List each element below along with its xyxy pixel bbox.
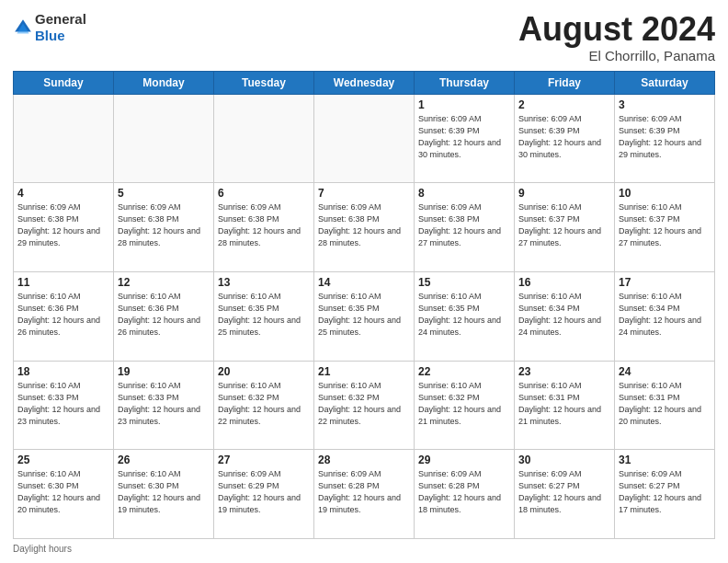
table-row: 15Sunrise: 6:10 AMSunset: 6:35 PMDayligh… (415, 271, 515, 361)
day-number: 13 (218, 276, 310, 289)
day-number: 30 (518, 454, 610, 466)
day-number: 5 (118, 187, 210, 200)
day-info: Sunrise: 6:10 AMSunset: 6:35 PMDaylight:… (418, 291, 510, 339)
day-info: Sunrise: 6:10 AMSunset: 6:33 PMDaylight:… (118, 380, 210, 428)
table-row: 22Sunrise: 6:10 AMSunset: 6:32 PMDayligh… (415, 361, 515, 450)
table-row: 31Sunrise: 6:09 AMSunset: 6:27 PMDayligh… (615, 450, 715, 539)
day-info: Sunrise: 6:10 AMSunset: 6:30 PMDaylight:… (17, 468, 109, 516)
day-number: 22 (418, 365, 510, 378)
logo-icon (13, 17, 33, 38)
table-row: 7Sunrise: 6:09 AMSunset: 6:38 PMDaylight… (314, 183, 415, 272)
table-row: 1Sunrise: 6:09 AMSunset: 6:39 PMDaylight… (415, 94, 515, 183)
logo-general-text: General (35, 11, 86, 27)
footer: Daylight hours (13, 544, 715, 554)
day-number: 4 (17, 187, 109, 200)
table-row: 24Sunrise: 6:10 AMSunset: 6:31 PMDayligh… (615, 361, 715, 450)
table-row: 23Sunrise: 6:10 AMSunset: 6:31 PMDayligh… (515, 361, 615, 450)
day-info: Sunrise: 6:10 AMSunset: 6:37 PMDaylight:… (518, 201, 610, 249)
day-info: Sunrise: 6:10 AMSunset: 6:35 PMDaylight:… (218, 291, 310, 339)
day-info: Sunrise: 6:10 AMSunset: 6:31 PMDaylight:… (619, 380, 711, 428)
header: General Blue August 2024 El Chorrillo, P… (13, 11, 715, 63)
day-info: Sunrise: 6:09 AMSunset: 6:29 PMDaylight:… (218, 468, 310, 516)
table-row (14, 94, 114, 183)
day-info: Sunrise: 6:10 AMSunset: 6:30 PMDaylight:… (118, 468, 210, 516)
table-row: 10Sunrise: 6:10 AMSunset: 6:37 PMDayligh… (615, 183, 715, 272)
day-number: 25 (17, 454, 109, 466)
day-number: 27 (218, 454, 310, 466)
day-info: Sunrise: 6:09 AMSunset: 6:28 PMDaylight:… (418, 468, 510, 516)
table-row: 21Sunrise: 6:10 AMSunset: 6:32 PMDayligh… (314, 361, 415, 450)
day-info: Sunrise: 6:10 AMSunset: 6:32 PMDaylight:… (318, 380, 410, 428)
day-number: 20 (218, 365, 310, 378)
table-row: 20Sunrise: 6:10 AMSunset: 6:32 PMDayligh… (214, 361, 314, 450)
day-info: Sunrise: 6:10 AMSunset: 6:36 PMDaylight:… (118, 291, 210, 339)
day-number: 2 (518, 98, 610, 111)
daylight-label: Daylight hours (13, 544, 72, 554)
day-number: 9 (518, 187, 610, 200)
table-row: 17Sunrise: 6:10 AMSunset: 6:34 PMDayligh… (615, 271, 715, 361)
col-wednesday: Wednesday (314, 71, 415, 94)
table-row: 6Sunrise: 6:09 AMSunset: 6:38 PMDaylight… (214, 183, 314, 272)
title-month: August 2024 (518, 11, 715, 48)
table-row: 12Sunrise: 6:10 AMSunset: 6:36 PMDayligh… (114, 271, 214, 361)
table-row: 11Sunrise: 6:10 AMSunset: 6:36 PMDayligh… (14, 271, 114, 361)
day-number: 24 (619, 365, 711, 378)
logo-text: General Blue (35, 11, 86, 44)
day-info: Sunrise: 6:09 AMSunset: 6:28 PMDaylight:… (318, 468, 410, 516)
day-info: Sunrise: 6:09 AMSunset: 6:39 PMDaylight:… (619, 113, 711, 161)
table-row: 4Sunrise: 6:09 AMSunset: 6:38 PMDaylight… (14, 183, 114, 272)
table-row: 25Sunrise: 6:10 AMSunset: 6:30 PMDayligh… (14, 450, 114, 539)
title-location: El Chorrillo, Panama (518, 48, 715, 63)
day-info: Sunrise: 6:09 AMSunset: 6:27 PMDaylight:… (518, 468, 610, 516)
day-info: Sunrise: 6:10 AMSunset: 6:34 PMDaylight:… (518, 291, 610, 339)
table-row (314, 94, 415, 183)
table-row: 26Sunrise: 6:10 AMSunset: 6:30 PMDayligh… (114, 450, 214, 539)
page: General Blue August 2024 El Chorrillo, P… (0, 0, 728, 563)
col-monday: Monday (114, 71, 214, 94)
calendar-week-3: 18Sunrise: 6:10 AMSunset: 6:33 PMDayligh… (14, 361, 715, 450)
calendar-week-2: 11Sunrise: 6:10 AMSunset: 6:36 PMDayligh… (14, 271, 715, 361)
table-row: 3Sunrise: 6:09 AMSunset: 6:39 PMDaylight… (615, 94, 715, 183)
day-number: 16 (518, 276, 610, 289)
table-row: 14Sunrise: 6:10 AMSunset: 6:35 PMDayligh… (314, 271, 415, 361)
day-number: 3 (619, 98, 711, 111)
day-number: 10 (619, 187, 711, 200)
day-number: 17 (619, 276, 711, 289)
day-number: 6 (218, 187, 310, 200)
table-row: 2Sunrise: 6:09 AMSunset: 6:39 PMDaylight… (515, 94, 615, 183)
table-row: 29Sunrise: 6:09 AMSunset: 6:28 PMDayligh… (415, 450, 515, 539)
table-row: 28Sunrise: 6:09 AMSunset: 6:28 PMDayligh… (314, 450, 415, 539)
table-row (214, 94, 314, 183)
calendar-header-row: Sunday Monday Tuesday Wednesday Thursday… (14, 71, 715, 94)
col-thursday: Thursday (415, 71, 515, 94)
table-row: 5Sunrise: 6:09 AMSunset: 6:38 PMDaylight… (114, 183, 214, 272)
day-info: Sunrise: 6:09 AMSunset: 6:27 PMDaylight:… (619, 468, 711, 516)
table-row (114, 94, 214, 183)
calendar-week-0: 1Sunrise: 6:09 AMSunset: 6:39 PMDaylight… (14, 94, 715, 183)
day-info: Sunrise: 6:10 AMSunset: 6:31 PMDaylight:… (518, 380, 610, 428)
day-number: 31 (619, 454, 711, 466)
day-number: 11 (17, 276, 109, 289)
day-number: 14 (318, 276, 410, 289)
table-row: 8Sunrise: 6:09 AMSunset: 6:38 PMDaylight… (415, 183, 515, 272)
table-row: 18Sunrise: 6:10 AMSunset: 6:33 PMDayligh… (14, 361, 114, 450)
col-tuesday: Tuesday (214, 71, 314, 94)
col-saturday: Saturday (615, 71, 715, 94)
day-number: 19 (118, 365, 210, 378)
day-info: Sunrise: 6:10 AMSunset: 6:37 PMDaylight:… (619, 201, 711, 249)
day-info: Sunrise: 6:10 AMSunset: 6:35 PMDaylight:… (318, 291, 410, 339)
day-number: 21 (318, 365, 410, 378)
day-info: Sunrise: 6:09 AMSunset: 6:39 PMDaylight:… (418, 113, 510, 161)
day-number: 28 (318, 454, 410, 466)
calendar-week-1: 4Sunrise: 6:09 AMSunset: 6:38 PMDaylight… (14, 183, 715, 272)
table-row: 16Sunrise: 6:10 AMSunset: 6:34 PMDayligh… (515, 271, 615, 361)
day-info: Sunrise: 6:09 AMSunset: 6:38 PMDaylight:… (418, 201, 510, 249)
table-row: 30Sunrise: 6:09 AMSunset: 6:27 PMDayligh… (515, 450, 615, 539)
table-row: 19Sunrise: 6:10 AMSunset: 6:33 PMDayligh… (114, 361, 214, 450)
day-info: Sunrise: 6:10 AMSunset: 6:33 PMDaylight:… (17, 380, 109, 428)
day-info: Sunrise: 6:10 AMSunset: 6:36 PMDaylight:… (17, 291, 109, 339)
day-info: Sunrise: 6:09 AMSunset: 6:38 PMDaylight:… (17, 201, 109, 249)
day-info: Sunrise: 6:10 AMSunset: 6:32 PMDaylight:… (218, 380, 310, 428)
day-info: Sunrise: 6:09 AMSunset: 6:38 PMDaylight:… (118, 201, 210, 249)
day-number: 12 (118, 276, 210, 289)
